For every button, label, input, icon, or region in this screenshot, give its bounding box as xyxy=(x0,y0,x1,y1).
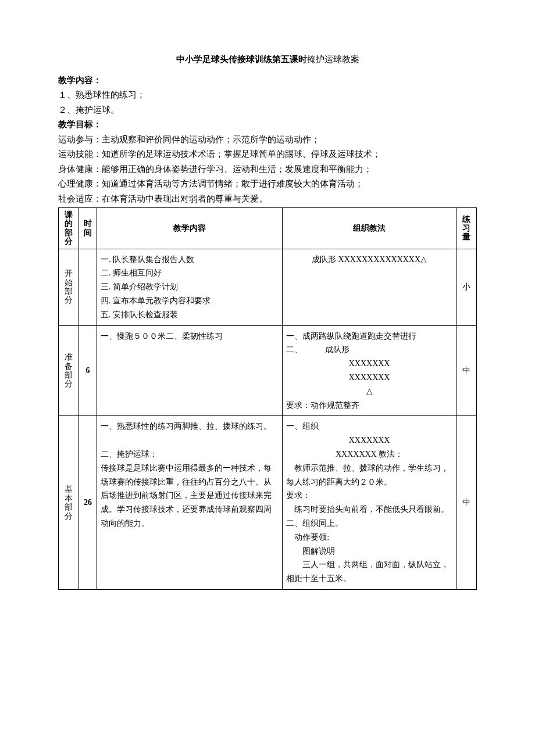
main-content: 一、熟悉球性的练习两脚推、拉、拨球的练习。 二、掩护运球： 传接球是足球比赛中运… xyxy=(97,416,282,590)
header-method: 组织教法 xyxy=(283,208,456,249)
prep-time: 6 xyxy=(79,325,97,416)
lesson-table: 课的部分 时间 教学内容 组织教法 练习量 开始部分 一. 队长整队集合报告人数… xyxy=(58,207,477,590)
start-method: 成队形 XXXXXXXXXXXXXX△ xyxy=(283,249,456,325)
start-load: 小 xyxy=(456,249,476,325)
start-time xyxy=(79,249,97,325)
main-part: 基本部分 xyxy=(59,416,79,590)
main-method-l7: 二、组织同上。 xyxy=(286,517,452,531)
goal-item-5: 社会适应：在体育活动中表现出对弱者的尊重与关爱。 xyxy=(58,192,477,207)
header-time: 时间 xyxy=(79,208,97,249)
prep-method-l4: XXXXXXX xyxy=(286,371,452,385)
main-method-l8: 动作要领: xyxy=(286,531,452,544)
main-time: 26 xyxy=(79,416,97,590)
prep-method: 一、成两路纵队绕跑道跑走交替进行 二、 成队形 XXXXXXX XXXXXXX … xyxy=(283,325,456,416)
section-goal-label: 教学目标： xyxy=(58,120,102,129)
main-method-l9: 图解说明 xyxy=(286,544,452,558)
table-header-row: 课的部分 时间 教学内容 组织教法 练习量 xyxy=(59,208,477,249)
header-part: 课的部分 xyxy=(59,208,79,249)
goal-item-2: 运动技能：知道所学的足球运动技术术语；掌握足球简单的踢球、停球及运球技术； xyxy=(58,147,477,162)
goal-item-4: 心理健康：知道通过体育活动等方法调节情绪；敢于进行难度较大的体育活动； xyxy=(58,177,477,192)
main-method-l3: XXXXXXX 教法： xyxy=(286,447,452,461)
prep-method-l5: △ xyxy=(286,385,452,399)
main-method: 一、组织 XXXXXXX XXXXXXX 教法： 教师示范推、拉、拨球的动作，学… xyxy=(283,416,456,590)
header-load: 练习量 xyxy=(456,208,476,249)
prep-method-l1: 一、成两路纵队绕跑道跑走交替进行 xyxy=(286,329,452,343)
prep-method-l2: 二、 成队形 xyxy=(286,343,452,357)
start-content: 一. 队长整队集合报告人数 二. 师生相互问好 三. 简单介绍教学计划 四. 宣… xyxy=(97,249,282,325)
section-content-label: 教学内容： xyxy=(58,76,102,85)
doc-title-bold: 中小学足球头传接球训练第五课时 xyxy=(176,55,307,64)
doc-title-plain: 掩护运球教案 xyxy=(307,55,359,64)
header-content: 教学内容 xyxy=(97,208,282,249)
prep-method-l3: XXXXXXX xyxy=(286,357,452,371)
prep-part: 准备部分 xyxy=(59,325,79,416)
main-method-l2: XXXXXXX xyxy=(286,433,452,447)
prep-content: 一、慢跑５００米二、柔韧性练习 xyxy=(97,325,282,416)
row-prep: 准备部分 6 一、慢跑５００米二、柔韧性练习 一、成两路纵队绕跑道跑走交替进行 … xyxy=(59,325,477,416)
main-method-l6: 练习时要抬头向前看，不能低头只看眼前。 xyxy=(286,503,452,517)
prep-method-l6: 要求：动作规范整齐 xyxy=(286,399,452,413)
main-load: 中 xyxy=(456,416,476,590)
main-method-l10: 三人一组，共两组，面对面，纵队站立，相距十至十五米。 xyxy=(286,558,452,586)
main-method-l4: 教师示范推、拉、拨球的动作，学生练习，每人练习的距离大约２０米。 xyxy=(286,461,452,489)
prep-load: 中 xyxy=(456,325,476,416)
row-start: 开始部分 一. 队长整队集合报告人数 二. 师生相互问好 三. 简单介绍教学计划… xyxy=(59,249,477,325)
main-method-l5: 要求： xyxy=(286,489,452,503)
row-main: 基本部分 26 一、熟悉球性的练习两脚推、拉、拨球的练习。 二、掩护运球： 传接… xyxy=(59,416,477,590)
goal-item-1: 运动参与：主动观察和评价同伴的运动动作；示范所学的运动动作； xyxy=(58,132,477,148)
content-item-2: ２、掩护运球。 xyxy=(58,103,477,118)
content-item-1: １、熟悉球性的练习； xyxy=(58,88,477,103)
start-part: 开始部分 xyxy=(59,249,79,325)
goal-item-3: 身体健康：能够用正确的身体姿势进行学习、运动和生活；发展速度和平衡能力； xyxy=(58,162,477,177)
main-method-l1: 一、组织 xyxy=(286,420,452,433)
